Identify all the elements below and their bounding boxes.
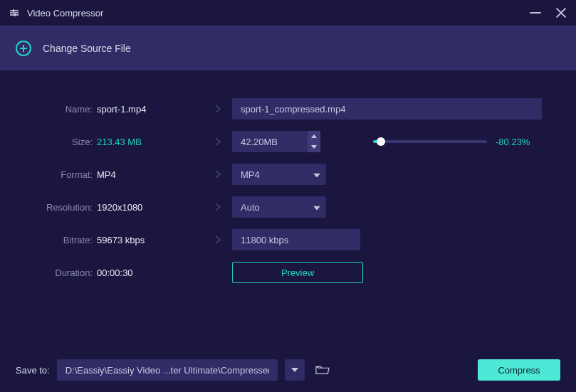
svg-marker-6 xyxy=(311,145,317,149)
row-size: Size: 213.43 MB -80.23% xyxy=(19,125,557,158)
browse-folder-button[interactable] xyxy=(312,359,333,381)
compress-button[interactable]: Compress xyxy=(478,359,560,381)
label-size: Size: xyxy=(19,137,97,147)
size-slider-block: -80.23% xyxy=(373,137,530,147)
app-icon xyxy=(9,7,20,18)
arrow-icon xyxy=(204,235,232,245)
arrow-icon xyxy=(204,137,232,147)
output-bitrate-input[interactable] xyxy=(232,229,360,250)
close-button[interactable] xyxy=(555,6,567,19)
value-bitrate: 59673 kbps xyxy=(97,235,204,245)
row-name: Name: sport-1.mp4 xyxy=(19,92,557,125)
label-bitrate: Bitrate: xyxy=(19,235,97,245)
save-path-input[interactable] xyxy=(57,359,278,381)
slider-thumb[interactable] xyxy=(377,137,385,146)
value-name: sport-1.mp4 xyxy=(97,104,204,115)
row-resolution: Resolution: 1920x1080 xyxy=(19,191,557,223)
row-format: Format: MP4 xyxy=(19,158,557,191)
main-content: Name: sport-1.mp4 Size: 213.43 MB xyxy=(0,71,576,289)
output-size-stepper[interactable] xyxy=(232,131,320,152)
row-duration: Duration: 00:00:30 Preview xyxy=(19,256,557,289)
label-duration: Duration: xyxy=(19,267,97,278)
window-controls xyxy=(529,6,567,19)
size-step-up[interactable] xyxy=(308,131,320,142)
save-to-group: Save to: xyxy=(16,359,333,381)
value-duration: 00:00:30 xyxy=(97,267,204,278)
label-resolution: Resolution: xyxy=(19,202,97,213)
label-name: Name: xyxy=(19,104,97,115)
titlebar-left: Video Compressor xyxy=(9,7,103,18)
value-resolution: 1920x1080 xyxy=(97,202,204,213)
minimize-button[interactable] xyxy=(529,6,542,19)
label-format: Format: xyxy=(19,169,97,180)
app-title: Video Compressor xyxy=(27,8,103,18)
size-percent-label: -80.23% xyxy=(496,137,530,147)
change-source-label[interactable]: Change Source File xyxy=(43,43,131,54)
arrow-icon xyxy=(204,169,232,179)
bottom-bar: Save to: Compress xyxy=(0,348,576,392)
titlebar: Video Compressor xyxy=(0,0,576,26)
size-step-down[interactable] xyxy=(308,142,320,152)
source-file-bar: Change Source File xyxy=(0,26,576,71)
preview-button[interactable]: Preview xyxy=(232,262,363,283)
format-select[interactable] xyxy=(232,164,326,185)
resolution-select[interactable] xyxy=(232,196,326,218)
svg-marker-9 xyxy=(291,368,298,372)
size-slider[interactable] xyxy=(373,140,487,143)
svg-marker-5 xyxy=(311,134,317,138)
arrow-icon xyxy=(204,104,232,114)
value-size: 213.43 MB xyxy=(97,137,204,147)
format-select-value[interactable] xyxy=(232,164,326,185)
arrow-icon xyxy=(204,202,232,212)
row-bitrate: Bitrate: 59673 kbps xyxy=(19,223,557,256)
add-source-button[interactable] xyxy=(16,41,31,56)
resolution-select-value[interactable] xyxy=(232,196,326,218)
save-path-dropdown[interactable] xyxy=(285,359,305,381)
save-to-label: Save to: xyxy=(16,365,50,376)
value-format: MP4 xyxy=(97,169,204,180)
output-name-input[interactable] xyxy=(232,98,542,120)
